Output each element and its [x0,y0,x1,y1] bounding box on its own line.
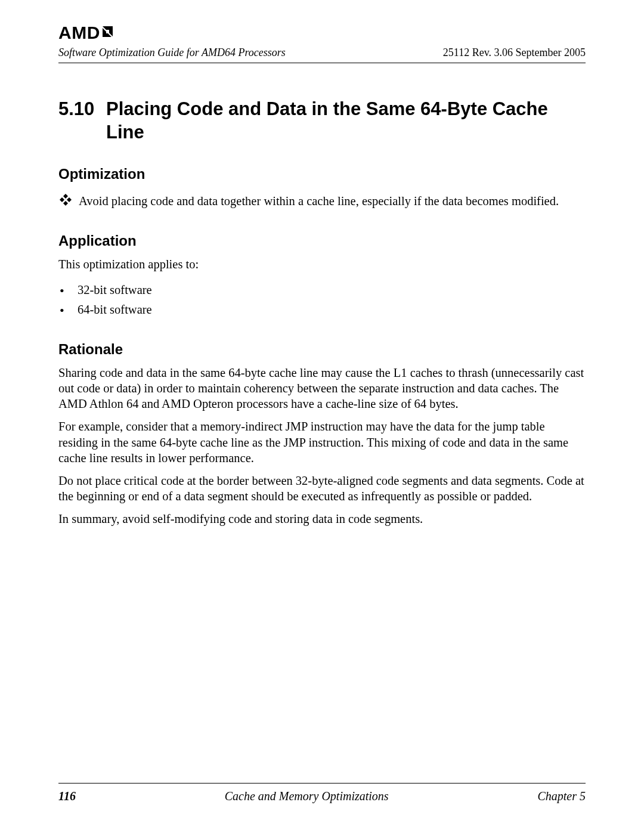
list-item: 32-bit software [58,280,586,300]
footer-rule [58,783,586,784]
rationale-paragraph: Sharing code and data in the same 64-byt… [58,365,586,412]
section-number: 5.10 [58,98,106,144]
amd-logo: AMD [58,23,586,43]
application-heading: Application [58,233,586,249]
section-title: Placing Code and Data in the Same 64-Byt… [106,98,586,144]
doc-meta: 25112 Rev. 3.06 September 2005 [443,47,586,59]
footer-row: 116 Cache and Memory Optimizations Chapt… [58,789,586,803]
amd-logo-arrow-icon [101,23,116,43]
list-item: 64-bit software [58,300,586,320]
doc-title: Software Optimization Guide for AMD64 Pr… [58,47,286,59]
rationale-paragraph: In summary, avoid self-modifying code an… [58,511,586,527]
footer-chapter: Chapter 5 [537,789,586,803]
page: AMD Software Optimization Guide for AMD6… [0,0,644,833]
application-list: 32-bit software 64-bit software [58,280,586,320]
page-footer: 116 Cache and Memory Optimizations Chapt… [58,783,586,803]
application-intro: This optimization applies to: [58,256,586,272]
header-row: Software Optimization Guide for AMD64 Pr… [58,47,586,59]
section-heading: 5.10 Placing Code and Data in the Same 6… [58,98,586,144]
optimization-heading: Optimization [58,166,586,182]
diamond-bullet-icon [58,193,73,211]
rationale-paragraph: For example, consider that a memory-indi… [58,419,586,466]
optimization-paragraph: Avoid placing code and data together wit… [58,193,586,211]
page-number: 116 [58,789,76,803]
optimization-text: Avoid placing code and data together wit… [79,194,559,208]
amd-logo-text: AMD [58,23,100,43]
footer-title: Cache and Memory Optimizations [225,789,389,803]
header-rule [58,63,586,63]
rationale-heading: Rationale [58,341,586,358]
rationale-paragraph: Do not place critical code at the border… [58,473,586,504]
